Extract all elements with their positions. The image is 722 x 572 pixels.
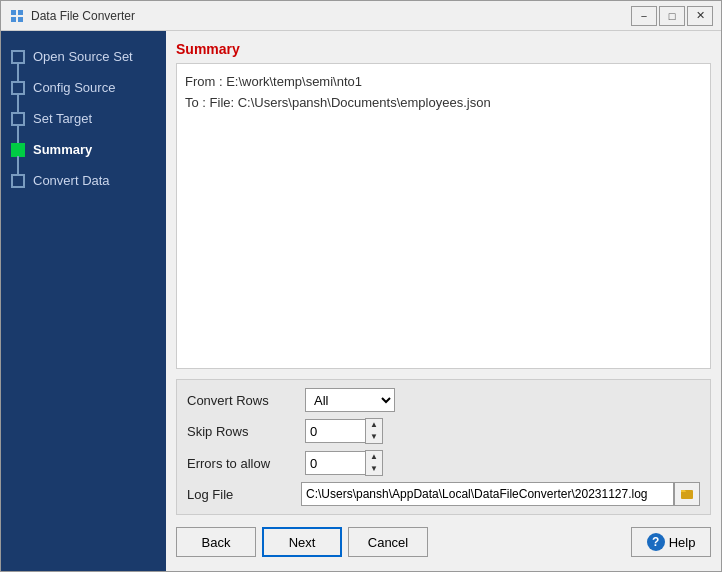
- title-bar: Data File Converter − □ ✕: [1, 1, 721, 31]
- content-area: Open Source Set Config Source Set Target…: [1, 31, 721, 571]
- log-file-browse-button[interactable]: [674, 482, 700, 506]
- sidebar-item-open-source-set[interactable]: Open Source Set: [1, 41, 166, 72]
- maximize-button[interactable]: □: [659, 6, 685, 26]
- svg-rect-3: [18, 17, 23, 22]
- skip-rows-up[interactable]: ▲: [366, 419, 382, 431]
- sidebar-indicator-config-source: [11, 81, 25, 95]
- summary-box: From : E:\work\temp\semi\nto1 To : File:…: [176, 63, 711, 369]
- skip-rows-down[interactable]: ▼: [366, 431, 382, 443]
- close-button[interactable]: ✕: [687, 6, 713, 26]
- main-window: Data File Converter − □ ✕ Open Source Se…: [0, 0, 722, 572]
- log-file-control: [301, 482, 700, 506]
- help-label: Help: [669, 535, 696, 550]
- convert-rows-select[interactable]: All First N Custom: [305, 388, 395, 412]
- log-file-label: Log File: [187, 487, 297, 502]
- sidebar-item-config-source[interactable]: Config Source: [1, 72, 166, 103]
- sidebar-item-summary[interactable]: Summary: [1, 134, 166, 165]
- summary-line2: To : File: C:\Users\pansh\Documents\empl…: [185, 93, 702, 114]
- sidebar-indicator-set-target: [11, 112, 25, 126]
- sidebar-indicator-open-source-set: [11, 50, 25, 64]
- errors-to-allow-spinner: ▲ ▼: [305, 450, 383, 476]
- svg-rect-0: [11, 10, 16, 15]
- button-bar: Back Next Cancel ? Help: [176, 523, 711, 561]
- minimize-button[interactable]: −: [631, 6, 657, 26]
- skip-rows-input[interactable]: [305, 419, 365, 443]
- next-button[interactable]: Next: [262, 527, 342, 557]
- log-file-row: Log File: [187, 482, 700, 506]
- errors-to-allow-input[interactable]: [305, 451, 365, 475]
- sidebar-indicator-summary: [11, 143, 25, 157]
- form-area: Convert Rows All First N Custom Skip Row…: [176, 379, 711, 515]
- errors-to-allow-buttons: ▲ ▼: [365, 450, 383, 476]
- errors-to-allow-up[interactable]: ▲: [366, 451, 382, 463]
- cancel-button[interactable]: Cancel: [348, 527, 428, 557]
- help-icon: ?: [647, 533, 665, 551]
- sidebar-item-set-target[interactable]: Set Target: [1, 103, 166, 134]
- nav-buttons: Back Next Cancel: [176, 527, 428, 557]
- title-bar-left: Data File Converter: [9, 8, 135, 24]
- skip-rows-buttons: ▲ ▼: [365, 418, 383, 444]
- svg-rect-1: [18, 10, 23, 15]
- log-file-input[interactable]: [301, 482, 674, 506]
- sidebar-indicator-convert-data: [11, 174, 25, 188]
- sidebar-item-convert-data[interactable]: Convert Data: [1, 165, 166, 196]
- folder-icon: [680, 487, 694, 501]
- window-title: Data File Converter: [31, 9, 135, 23]
- convert-rows-control: All First N Custom: [305, 388, 395, 412]
- sidebar: Open Source Set Config Source Set Target…: [1, 31, 166, 571]
- title-bar-controls: − □ ✕: [631, 6, 713, 26]
- errors-to-allow-label: Errors to allow: [187, 456, 297, 471]
- skip-rows-row: Skip Rows ▲ ▼: [187, 418, 700, 444]
- errors-to-allow-row: Errors to allow ▲ ▼: [187, 450, 700, 476]
- convert-rows-row: Convert Rows All First N Custom: [187, 388, 700, 412]
- convert-rows-label: Convert Rows: [187, 393, 297, 408]
- panel-title: Summary: [176, 41, 711, 57]
- app-icon: [9, 8, 25, 24]
- back-button[interactable]: Back: [176, 527, 256, 557]
- help-button[interactable]: ? Help: [631, 527, 711, 557]
- summary-line1: From : E:\work\temp\semi\nto1: [185, 72, 702, 93]
- skip-rows-label: Skip Rows: [187, 424, 297, 439]
- skip-rows-spinner: ▲ ▼: [305, 418, 383, 444]
- svg-rect-2: [11, 17, 16, 22]
- main-panel: Summary From : E:\work\temp\semi\nto1 To…: [166, 31, 721, 571]
- errors-to-allow-down[interactable]: ▼: [366, 463, 382, 475]
